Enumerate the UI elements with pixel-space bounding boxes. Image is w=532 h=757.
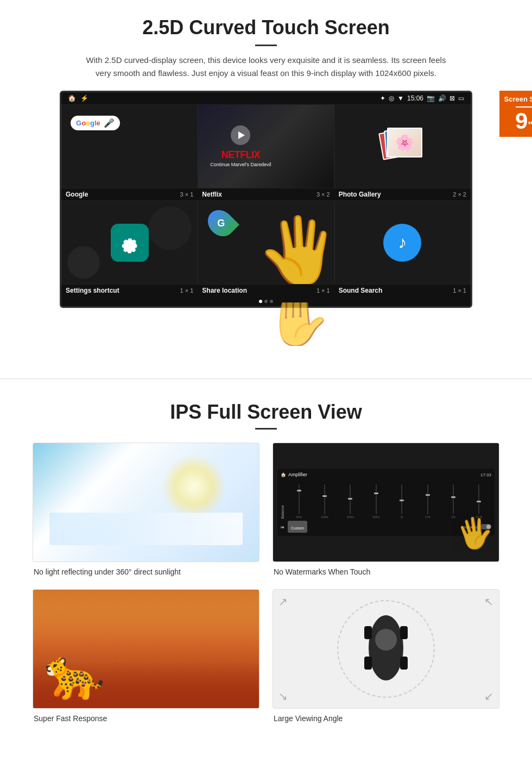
ips-title-divider [255, 428, 277, 430]
slider-thumb-6 [426, 494, 430, 496]
app-cell-google[interactable]: Google 🎤 [61, 104, 198, 188]
car-viewing-circle [337, 600, 435, 698]
amp-title: Amplifier [288, 472, 307, 477]
slider-3: 200hz [338, 484, 363, 519]
app-cell-share[interactable]: G 🖐 [198, 200, 334, 285]
angle-arrow-tr: ↖ [484, 595, 493, 608]
share-app-name: Share location [202, 287, 247, 294]
slider-track-8 [478, 484, 479, 514]
amp-home-icon: 🏠 [281, 472, 286, 477]
cheetah-emoji: 🐆 [44, 646, 105, 703]
settings-label-row: Settings shortcut 1 × 1 [61, 285, 198, 297]
sun-rays [161, 454, 226, 519]
svg-rect-5 [400, 657, 408, 670]
app-cell-sound[interactable]: ♪ [334, 200, 471, 285]
music-note-icon: ♪ [398, 232, 407, 253]
share-label-row: Share location 1 × 1 [198, 285, 334, 297]
share-app-size: 1 × 1 [316, 287, 330, 294]
screen-size-number: 9" [503, 110, 532, 133]
slider-group: 60hz 100hz [287, 484, 491, 519]
car-svg [359, 604, 413, 691]
music-icon-bg: ♪ [383, 224, 421, 262]
custom-button[interactable]: Custom [288, 521, 307, 533]
usb-icon: ⚡ [80, 94, 88, 102]
car-top-view [359, 604, 413, 693]
app-label-row2: Settings shortcut 1 × 1 Share location 1… [61, 285, 471, 297]
home-icon: 🏠 [68, 94, 76, 102]
device-container: 🏠 ⚡ ✦ ◎ ▼ 15:06 📷 🔊 ⊠ ▭ [33, 91, 499, 308]
google-logo: Google [76, 119, 100, 127]
settings-app-size: 1 × 1 [180, 287, 194, 294]
flower-icon: 🌸 [395, 134, 414, 152]
hand-pointer-decoration: ✋ [0, 302, 532, 346]
feature-car: ↗ ↖ ↘ ↙ Large Viewing Angle [273, 589, 499, 723]
time-display: 15:06 [407, 94, 423, 102]
amplifier-label: No Watermarks When Touch [273, 567, 499, 576]
feature-sunlight: No light reflecting under 360° direct su… [33, 443, 259, 576]
slider-thumb-5 [400, 500, 404, 501]
mic-icon: 🎤 [104, 118, 115, 128]
angle-arrow-bl: ↘ [278, 690, 288, 703]
slider-thumb-8 [477, 501, 481, 502]
amp-nav-icon: ⏮ [281, 525, 284, 529]
slider-thumb-1 [297, 490, 301, 491]
status-right: ✦ ◎ ▼ 15:06 📷 🔊 ⊠ ▭ [380, 94, 464, 102]
google-search-bar[interactable]: Google 🎤 [71, 116, 120, 130]
app-label-row1: Google 3 × 1 Netflix 3 × 2 Photo Gallery… [61, 188, 471, 200]
section-description: With 2.5D curved-display screen, this de… [81, 54, 451, 80]
slider-6: 2.5k [415, 484, 440, 519]
slider-label-4: 500hz [372, 515, 380, 519]
car-image: ↗ ↖ ↘ ↙ [273, 589, 499, 709]
status-bar: 🏠 ⚡ ✦ ◎ ▼ 15:06 📷 🔊 ⊠ ▭ [61, 92, 471, 104]
app-cell-netflix[interactable]: NETFLIX Continue Marvel's Daredevil [198, 104, 334, 188]
sky-gradient [33, 590, 259, 649]
app-grid-row2: G 🖐 ♪ [61, 200, 471, 285]
sound-app-name: Sound Search [339, 287, 383, 294]
car-label: Large Viewing Angle [273, 714, 499, 723]
wifi-icon: ▼ [397, 94, 404, 102]
slider-1: 60hz [287, 484, 311, 519]
amp-header: 🏠 Amplifier 17:33 [281, 472, 491, 477]
settings-icon-bg [111, 224, 149, 262]
netflix-app-name: Netflix [202, 191, 222, 198]
slider-thumb-7 [451, 496, 455, 498]
sunlight-image [33, 443, 259, 562]
slider-thumb-3 [348, 498, 352, 500]
slider-7: 10k [441, 484, 465, 519]
section-curved: 2.5D Curved Touch Screen With 2.5D curve… [0, 0, 532, 319]
svg-rect-2 [364, 626, 372, 639]
slider-thumb-2 [322, 495, 327, 497]
slider-track-4 [376, 484, 377, 514]
light-reflection [49, 513, 243, 545]
sound-label-row: Sound Search 1 × 1 [334, 285, 471, 297]
svg-rect-3 [400, 626, 408, 639]
angle-arrow-br: ↙ [484, 690, 493, 703]
play-button[interactable] [231, 125, 250, 145]
app-cell-settings[interactable] [61, 200, 198, 285]
ips-title: IPS Full Screen View [33, 401, 499, 424]
netflix-label-row: Netflix 3 × 2 [198, 188, 334, 200]
close-icon: ⊠ [449, 94, 455, 102]
status-left: 🏠 ⚡ [68, 94, 88, 102]
slider-track-7 [453, 484, 454, 514]
page-title: 2.5D Curved Touch Screen [33, 16, 499, 39]
google-app-size: 3 × 1 [180, 191, 194, 198]
google-label-row: Google 3 × 1 [61, 188, 198, 200]
feature-cheetah: 🐆 Super Fast Response [33, 589, 259, 723]
window-icon: ▭ [458, 94, 464, 102]
cheetah-image: 🐆 [33, 589, 259, 709]
touch-hand-icon: 🖐 [258, 213, 334, 285]
netflix-app-size: 3 × 2 [316, 191, 330, 198]
dot-1 [259, 300, 262, 303]
slider-track-2 [324, 484, 325, 514]
app-cell-gallery[interactable]: 🌸 [334, 104, 471, 188]
gallery-stack: 🌸 [381, 125, 424, 168]
netflix-subtitle: Continue Marvel's Daredevil [210, 162, 271, 167]
slider-label-3: 200hz [347, 515, 354, 519]
slider-5: 1k [390, 484, 414, 519]
section-divider [0, 379, 532, 379]
slider-4: 500hz [364, 484, 388, 519]
google-app-name: Google [66, 191, 88, 198]
slider-2: 100hz [312, 484, 337, 519]
maps-g-letter: G [217, 218, 225, 229]
